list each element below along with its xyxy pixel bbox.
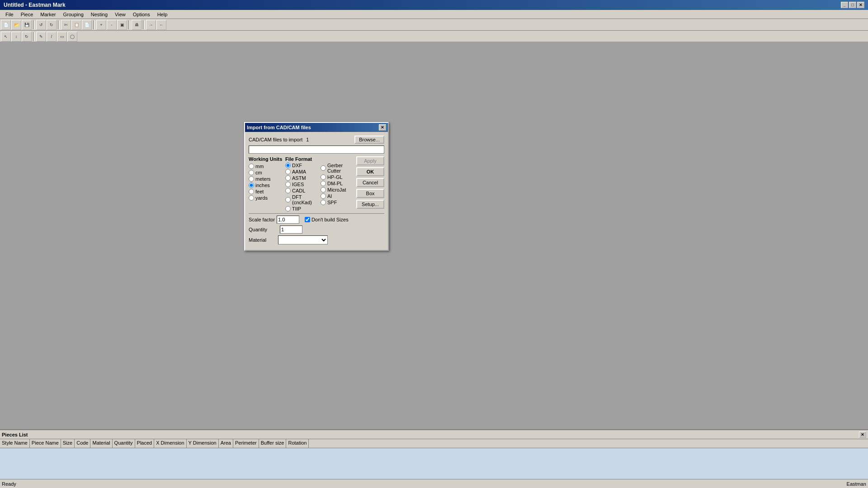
unit-yards[interactable]: yards — [249, 195, 283, 201]
zoom-out-btn[interactable]: - — [107, 20, 117, 30]
save-btn[interactable]: 💾 — [22, 20, 32, 30]
unit-cm[interactable]: cm — [249, 170, 283, 175]
format-col1: DXF AAMA ASTM IGES — [285, 163, 319, 211]
menu-nesting[interactable]: Nesting — [87, 11, 111, 18]
fmt-dxf[interactable]: DXF — [285, 163, 319, 168]
pieces-panel-header: Pieces List ✕ — [0, 430, 868, 439]
circle-btn[interactable]: ◯ — [67, 32, 77, 42]
fmt-astm-radio[interactable] — [285, 175, 291, 181]
fmt-aama-radio[interactable] — [285, 169, 291, 174]
scale-factor-input[interactable] — [277, 216, 299, 224]
unit-feet-radio[interactable] — [249, 189, 254, 194]
ok-button[interactable]: OK — [356, 167, 384, 176]
menu-view[interactable]: View — [111, 11, 129, 18]
unit-mm-radio[interactable] — [249, 164, 254, 169]
copy-btn[interactable]: 📋 — [71, 20, 81, 30]
unit-meters[interactable]: meters — [249, 176, 283, 182]
fmt-spf[interactable]: SPF — [321, 200, 354, 205]
material-select[interactable] — [278, 235, 328, 244]
restore-button[interactable]: □ — [849, 2, 856, 8]
fmt-tiip[interactable]: TIIP — [285, 206, 319, 211]
fmt-microjat-radio[interactable] — [321, 187, 326, 192]
dont-build-sizes-label: Don't build Sizes — [311, 217, 349, 222]
unit-mm-label: mm — [255, 164, 264, 169]
fmt-gerber[interactable]: Gerber Cutter — [321, 163, 354, 174]
dont-build-sizes-item[interactable]: Don't build Sizes — [305, 217, 349, 222]
browse-button[interactable]: Browse... — [354, 136, 384, 144]
status-text: Ready — [2, 481, 16, 487]
draw-btn[interactable]: ✎ — [36, 32, 46, 42]
import-btn[interactable]: → — [146, 20, 156, 30]
print-btn[interactable]: 🖶 — [132, 20, 142, 30]
setup-button[interactable]: Setup... — [356, 200, 384, 209]
cancel-button[interactable]: Cancel — [356, 178, 384, 187]
material-label: Material — [249, 237, 266, 243]
menu-file[interactable]: File — [2, 11, 17, 18]
fmt-dmpl-label: DM-PL — [327, 181, 343, 186]
fmt-dmpl[interactable]: DM-PL — [321, 181, 354, 186]
line-btn[interactable]: / — [47, 32, 57, 42]
dont-build-sizes-checkbox[interactable] — [305, 217, 310, 222]
fmt-gerber-radio[interactable] — [321, 165, 326, 171]
zoom-in-btn[interactable]: + — [96, 20, 106, 30]
fmt-dmpl-radio[interactable] — [321, 181, 326, 186]
undo-btn[interactable]: ↺ — [36, 20, 46, 30]
fmt-iges-radio[interactable] — [285, 182, 291, 187]
minimize-button[interactable]: _ — [841, 2, 848, 8]
unit-feet[interactable]: feet — [249, 189, 283, 194]
apply-button[interactable]: Apply — [356, 156, 384, 165]
unit-mm[interactable]: mm — [249, 164, 283, 169]
export-btn[interactable]: ← — [156, 20, 166, 30]
open-btn[interactable]: 📂 — [11, 20, 21, 30]
dialog-title-bar[interactable]: Import from CAD/CAM files ✕ — [245, 123, 388, 132]
unit-cm-radio[interactable] — [249, 170, 254, 175]
menu-piece[interactable]: Piece — [17, 11, 37, 18]
fmt-dft-radio[interactable] — [285, 197, 291, 202]
fmt-cadl-radio[interactable] — [285, 188, 291, 193]
close-button[interactable]: ✕ — [857, 2, 864, 8]
unit-inches[interactable]: inches — [249, 183, 283, 188]
rect-btn[interactable]: ▭ — [57, 32, 67, 42]
rotate-btn[interactable]: ↻ — [22, 32, 32, 42]
fmt-spf-label: SPF — [327, 200, 337, 205]
cut-btn[interactable]: ✄ — [61, 20, 71, 30]
paste-btn[interactable]: 📄 — [82, 20, 92, 30]
file-path-input[interactable] — [249, 145, 384, 154]
file-format-group: File Format DXF AAMA — [285, 156, 354, 211]
fmt-cadl[interactable]: CADL — [285, 188, 319, 193]
unit-cm-label: cm — [255, 170, 262, 175]
fmt-microjat[interactable]: MicroJat — [321, 187, 354, 192]
menu-grouping[interactable]: Grouping — [60, 11, 87, 18]
pieces-panel-close[interactable]: ✕ — [859, 432, 866, 438]
new-btn[interactable]: 📄 — [1, 20, 11, 30]
unit-meters-radio[interactable] — [249, 176, 254, 182]
unit-inches-radio[interactable] — [249, 183, 254, 188]
file-format-title: File Format — [285, 156, 354, 162]
working-units-group: Working Units mm cm meters inches — [249, 156, 283, 211]
fmt-astm[interactable]: ASTM — [285, 175, 319, 181]
fmt-iges[interactable]: IGES — [285, 182, 319, 187]
dialog-close-button[interactable]: ✕ — [379, 124, 386, 131]
menu-options[interactable]: Options — [129, 11, 154, 18]
fmt-ai-radio[interactable] — [321, 193, 326, 199]
fmt-aama[interactable]: AAMA — [285, 169, 319, 174]
quantity-input[interactable] — [280, 225, 302, 234]
col-y-dimension: Y Dimension — [187, 439, 219, 448]
fmt-ai-label: AI — [327, 193, 332, 199]
status-bar: Ready Eastman — [0, 479, 868, 488]
fit-btn[interactable]: ▣ — [117, 20, 127, 30]
fmt-hpgl-radio[interactable] — [321, 174, 326, 180]
fmt-dxf-radio[interactable] — [285, 163, 291, 168]
menu-marker[interactable]: Marker — [37, 11, 59, 18]
redo-btn[interactable]: ↻ — [47, 20, 57, 30]
fmt-dft[interactable]: DFT (cncKad) — [285, 194, 319, 205]
select-btn[interactable]: ↖ — [1, 32, 11, 42]
unit-yards-radio[interactable] — [249, 195, 254, 201]
box-button[interactable]: Box — [356, 189, 384, 198]
move-btn[interactable]: ↕ — [11, 32, 21, 42]
fmt-tiip-radio[interactable] — [285, 206, 291, 211]
fmt-hpgl[interactable]: HP-GL — [321, 174, 354, 180]
fmt-ai[interactable]: AI — [321, 193, 354, 199]
menu-help[interactable]: Help — [154, 11, 171, 18]
fmt-spf-radio[interactable] — [321, 200, 326, 205]
